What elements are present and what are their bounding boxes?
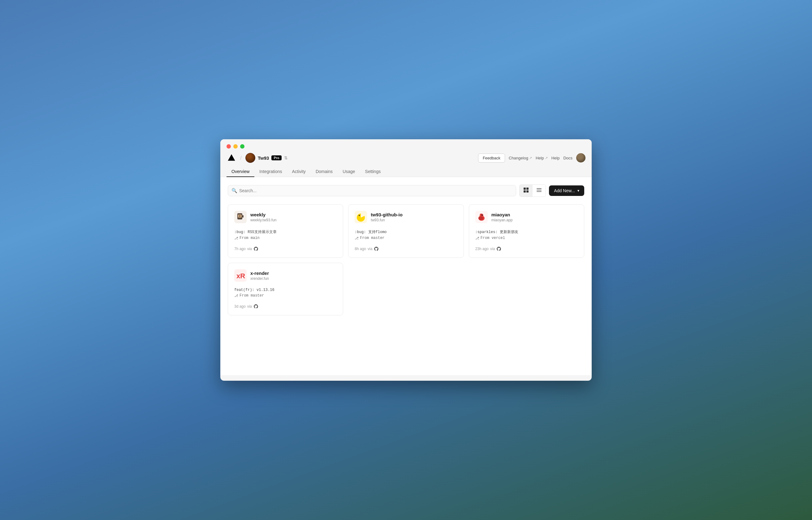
pro-badge: Pro — [271, 155, 281, 160]
title-bar: / Tw93 Pro ⇅ Feedback Changelog ↗ — [220, 139, 592, 177]
time-ago: 7h ago — [234, 247, 246, 251]
project-name: weekly — [250, 212, 277, 217]
svg-point-13 — [359, 215, 360, 216]
project-domain-xrender: xrender.fun — [250, 277, 269, 281]
github-icon — [253, 246, 259, 251]
header-left: / Tw93 Pro ⇅ — [226, 153, 288, 163]
project-footer: 7h ago via — [234, 246, 337, 251]
avatar[interactable] — [245, 153, 255, 163]
project-header-xrender: xR x-render xrender.fun — [234, 269, 337, 282]
project-domain-miaoyan: miaoyan.app — [491, 218, 513, 222]
svg-rect-11 — [242, 215, 244, 217]
project-footer-tw93: 8h ago via — [355, 246, 457, 251]
external-link-icon: ↗ — [529, 156, 532, 160]
time-ago-xrender: 3d ago — [234, 304, 246, 309]
github-icon-tw93 — [374, 246, 379, 251]
github-icon-xrender — [253, 304, 259, 309]
branch-icon-xrender: ⎇ — [234, 294, 238, 298]
tab-integrations[interactable]: Integrations — [254, 166, 287, 177]
changelog-link[interactable]: Changelog ↗ — [509, 156, 532, 160]
project-branch-xrender: ⎇ From master — [234, 293, 337, 298]
project-footer-xrender: 3d ago via — [234, 304, 337, 309]
external-link-icon-2: ↗ — [545, 156, 548, 160]
project-name-xrender: x-render — [250, 270, 269, 276]
window-controls — [226, 144, 586, 149]
nav-tabs: Overview Integrations Activity Domains U… — [226, 166, 586, 177]
branch-icon-miaoyan: ⎇ — [475, 236, 479, 240]
header-right: Feedback Changelog ↗ Help ↗ Help Docs — [478, 153, 586, 162]
project-header-miaoyan: miaoyan miaoyan.app — [475, 211, 578, 223]
project-name-tw93: tw93-github-io — [371, 212, 402, 217]
project-header-tw93: tw93-github-io tw93.fun — [355, 211, 457, 223]
projects-grid: weekly weekly.tw93.fun :bug: RSS支持展示文章 ⎇… — [228, 204, 584, 315]
user-menu-avatar[interactable] — [576, 153, 586, 162]
account-switcher-icon[interactable]: ⇅ — [284, 155, 288, 160]
project-domain: weekly.tw93.fun — [250, 218, 277, 222]
project-commit-xrender: feat(fr): v1.13.16 — [234, 288, 337, 292]
project-domain-tw93: tw93.fun — [371, 218, 402, 222]
toolbar: 🔍 — [228, 184, 584, 197]
tab-domains[interactable]: Domains — [311, 166, 337, 177]
project-info-miaoyan: miaoyan miaoyan.app — [491, 212, 513, 222]
project-card-miaoyan[interactable]: miaoyan miaoyan.app :sparkles: 更新新朋友 ⎇ F… — [469, 204, 584, 258]
branch-icon: ⎇ — [234, 236, 238, 240]
github-icon-miaoyan — [496, 246, 501, 251]
branch-icon-tw93: ⎇ — [355, 236, 359, 240]
app-window: / Tw93 Pro ⇅ Feedback Changelog ↗ — [220, 139, 592, 381]
add-new-chevron-icon: ▾ — [577, 188, 579, 193]
project-commit-miaoyan: :sparkles: 更新新朋友 — [475, 229, 578, 235]
username-label[interactable]: Tw93 — [258, 155, 269, 161]
project-icon-xrender: xR — [234, 269, 247, 282]
svg-rect-3 — [523, 190, 526, 192]
project-name-miaoyan: miaoyan — [491, 212, 513, 217]
svg-rect-4 — [526, 190, 529, 192]
docs-link[interactable]: Docs — [563, 156, 572, 160]
search-input[interactable] — [228, 185, 516, 196]
breadcrumb-separator: / — [240, 155, 242, 161]
svg-rect-2 — [526, 188, 529, 190]
project-branch-miaoyan: ⎇ From vercel — [475, 236, 578, 240]
list-view-button[interactable] — [533, 185, 546, 197]
svg-rect-6 — [537, 190, 542, 190]
project-info-tw93: tw93-github-io tw93.fun — [371, 212, 402, 222]
help-link-2[interactable]: Help — [551, 156, 560, 160]
svg-point-20 — [479, 216, 483, 220]
project-card-weekly[interactable]: weekly weekly.tw93.fun :bug: RSS支持展示文章 ⎇… — [228, 204, 343, 258]
search-container: 🔍 — [228, 185, 516, 196]
project-icon-tw93 — [355, 211, 367, 223]
maximize-button[interactable] — [240, 144, 244, 149]
tab-overview[interactable]: Overview — [226, 166, 254, 177]
project-card-xrender[interactable]: xR x-render xrender.fun feat(fr): v1.13.… — [228, 263, 343, 315]
project-icon-weekly — [234, 211, 247, 223]
svg-marker-0 — [228, 154, 235, 161]
search-icon: 🔍 — [232, 188, 237, 193]
svg-rect-1 — [523, 188, 526, 190]
project-commit: :bug: RSS支持展示文章 — [234, 229, 337, 235]
header-row: / Tw93 Pro ⇅ Feedback Changelog ↗ — [226, 153, 586, 163]
close-button[interactable] — [226, 144, 231, 149]
project-info: weekly weekly.tw93.fun — [250, 212, 277, 222]
project-footer-miaoyan: 23h ago via — [475, 246, 578, 251]
tab-usage[interactable]: Usage — [337, 166, 360, 177]
project-info-xrender: x-render xrender.fun — [250, 270, 269, 281]
svg-rect-5 — [537, 188, 542, 189]
project-branch: ⎇ From main — [234, 236, 337, 240]
svg-text:xR: xR — [237, 272, 245, 280]
time-ago-tw93: 8h ago — [355, 247, 366, 251]
project-header: weekly weekly.tw93.fun — [234, 211, 337, 223]
project-card-tw93[interactable]: tw93-github-io tw93.fun :bug: 支持flomo ⎇ … — [348, 204, 464, 258]
add-new-button[interactable]: Add New... ▾ — [549, 185, 584, 196]
time-ago-miaoyan: 23h ago — [475, 247, 489, 251]
svg-rect-10 — [239, 215, 240, 217]
main-content: 🔍 — [220, 177, 592, 375]
minimize-button[interactable] — [233, 144, 238, 149]
vercel-logo[interactable] — [226, 153, 237, 163]
project-icon-miaoyan — [475, 211, 488, 223]
tab-activity[interactable]: Activity — [287, 166, 311, 177]
feedback-button[interactable]: Feedback — [478, 154, 505, 162]
tab-settings[interactable]: Settings — [360, 166, 386, 177]
help-link-1[interactable]: Help ↗ — [536, 156, 548, 160]
grid-view-button[interactable] — [520, 185, 533, 197]
view-toggle — [519, 184, 546, 197]
svg-point-17 — [482, 214, 483, 216]
